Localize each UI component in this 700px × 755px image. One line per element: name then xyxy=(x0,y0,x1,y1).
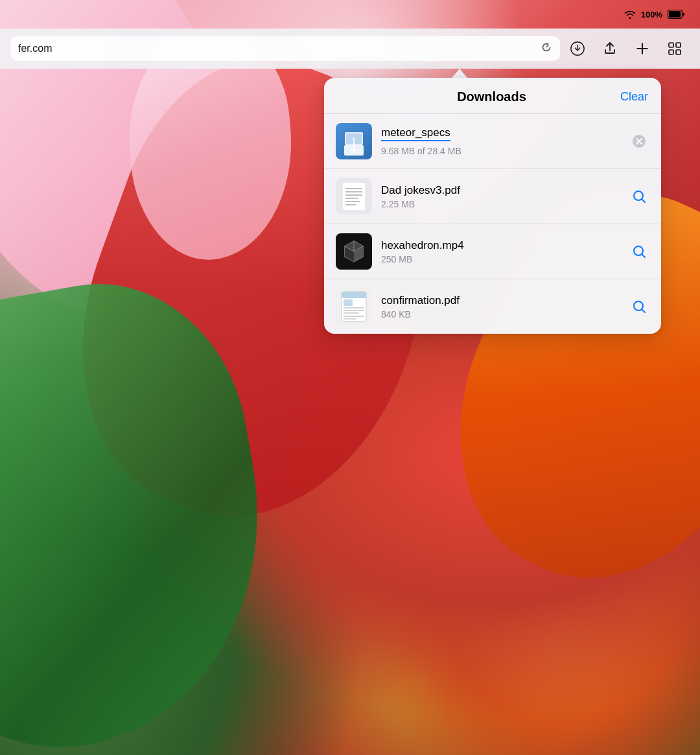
downloads-popup: Downloads Clear meteor_specs 9.68 MB of … xyxy=(324,78,661,334)
thumbnail-keynote xyxy=(336,123,372,159)
item-name-3: hexahedron.mp4 xyxy=(381,239,620,252)
svg-rect-3 xyxy=(669,43,673,47)
battery-icon xyxy=(668,10,684,19)
thumbnail-pdf1 xyxy=(336,178,372,215)
item-size-4: 840 KB xyxy=(381,309,620,319)
item-info-1: meteor_specs 9.68 MB of 28.4 MB xyxy=(381,126,620,156)
item-name-2: Dad jokesv3.pdf xyxy=(381,184,620,197)
item-reveal-button-4[interactable] xyxy=(629,296,649,317)
wifi-icon xyxy=(624,10,636,19)
svg-line-20 xyxy=(642,200,646,203)
download-item-2: Dad jokesv3.pdf 2.25 MB xyxy=(324,168,661,224)
svg-rect-8 xyxy=(346,134,362,144)
new-tab-button[interactable] xyxy=(633,39,652,58)
item-cancel-button[interactable] xyxy=(629,131,649,152)
thumb-pdf-inner xyxy=(336,178,372,215)
item-reveal-button-3[interactable] xyxy=(629,241,649,262)
tabs-button[interactable] xyxy=(665,39,684,58)
svg-line-30 xyxy=(642,255,646,258)
item-info-3: hexahedron.mp4 250 MB xyxy=(381,239,620,264)
toolbar-icons xyxy=(568,39,690,58)
address-bar[interactable]: fer.com xyxy=(10,36,560,61)
item-size-3: 250 MB xyxy=(381,254,620,264)
download-item-1: meteor_specs 9.68 MB of 28.4 MB xyxy=(324,114,661,168)
battery-percentage: 100% xyxy=(641,10,662,19)
thumb-keynote-inner xyxy=(336,123,372,159)
svg-rect-12 xyxy=(342,182,366,211)
thumb-mp4-inner xyxy=(336,233,372,270)
url-text: fer.com xyxy=(18,43,535,54)
status-bar-right: 100% xyxy=(624,10,684,19)
svg-rect-32 xyxy=(342,292,366,298)
svg-rect-5 xyxy=(669,50,673,54)
item-info-2: Dad jokesv3.pdf 2.25 MB xyxy=(381,184,620,209)
popup-title: Downloads xyxy=(363,89,620,104)
thumbnail-mp4 xyxy=(336,233,372,270)
download-button[interactable] xyxy=(568,39,587,58)
svg-rect-4 xyxy=(676,43,681,47)
thumb-confirmation-inner xyxy=(336,288,372,325)
download-item-4: confirmation.pdf 840 KB xyxy=(324,279,661,334)
popup-header: Downloads Clear xyxy=(324,78,661,113)
clear-button[interactable]: Clear xyxy=(620,90,648,104)
reload-button[interactable] xyxy=(541,41,552,56)
browser-toolbar: fer.com xyxy=(0,29,700,69)
status-bar: 100% xyxy=(0,0,700,29)
svg-line-40 xyxy=(642,310,646,313)
thumbnail-confirmation xyxy=(336,288,372,325)
svg-rect-6 xyxy=(676,50,681,54)
popup-arrow xyxy=(452,69,467,78)
item-size-1: 9.68 MB of 28.4 MB xyxy=(381,146,620,156)
item-name-1: meteor_specs xyxy=(381,126,620,144)
svg-rect-33 xyxy=(344,299,353,306)
item-info-4: confirmation.pdf 840 KB xyxy=(381,294,620,319)
item-reveal-button-2[interactable] xyxy=(629,186,649,207)
svg-rect-1 xyxy=(669,11,681,17)
item-name-4: confirmation.pdf xyxy=(381,294,620,307)
item-size-2: 2.25 MB xyxy=(381,199,620,209)
download-item-3: hexahedron.mp4 250 MB xyxy=(324,224,661,279)
share-button[interactable] xyxy=(600,39,620,58)
